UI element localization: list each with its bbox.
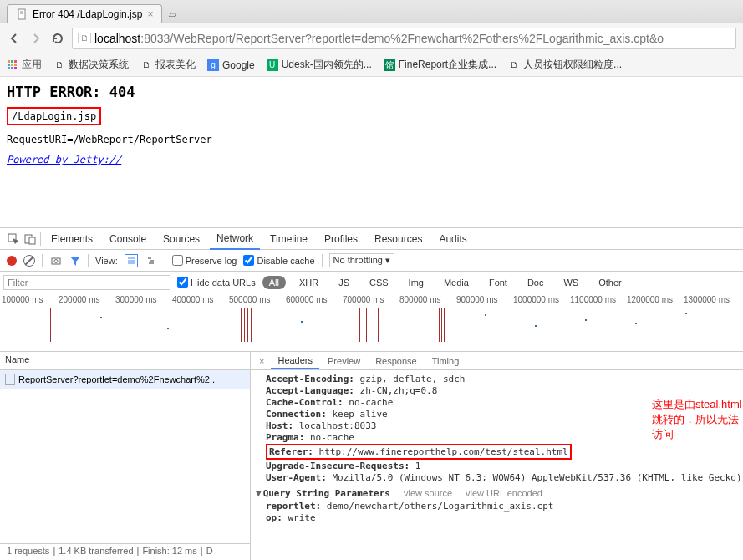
network-timeline[interactable]: 100000 ms200000 ms300000 ms400000 ms5000… [0,293,743,352]
tab-network[interactable]: Network [210,228,260,250]
request-list: Name ReportServer?reportlet=demo%2Fnewch… [0,352,251,560]
devtools-panel: Elements Console Sources Network Timelin… [0,227,743,560]
preserve-log-checkbox[interactable]: Preserve log [172,255,237,266]
url-text: localhost:8033/WebReport/ReportServer?re… [94,32,664,45]
filter-type-media[interactable]: Media [437,276,476,289]
svg-rect-4 [11,60,13,63]
filter-type-js[interactable]: JS [332,276,356,289]
document-icon [5,374,15,385]
view-url-encoded-link[interactable]: view URL encoded [466,488,542,498]
back-button[interactable] [7,31,22,46]
filter-type-xhr[interactable]: XHR [293,276,325,289]
reload-button[interactable] [50,31,65,46]
tab-title: Error 404 /LdapLogin.jsp [33,8,142,20]
device-icon[interactable] [23,232,37,246]
address-bar[interactable]: 🗋 localhost:8033/WebReport/ReportServer?… [72,28,736,49]
tab-preview[interactable]: Preview [321,354,367,369]
inspect-icon[interactable] [7,232,20,246]
request-list-header[interactable]: Name [0,352,250,370]
apps-button[interactable]: 应用 [7,58,42,72]
network-body: Name ReportServer?reportlet=demo%2Fnewch… [0,352,743,560]
waterfall-icon[interactable] [145,254,158,267]
svg-rect-3 [8,60,10,63]
svg-rect-6 [8,64,10,66]
filter-type-ws[interactable]: WS [557,276,585,289]
page-info-icon[interactable]: 🗋 [78,33,91,43]
filter-type-doc[interactable]: Doc [521,276,551,289]
filter-type-font[interactable]: Font [482,276,514,289]
svg-rect-11 [14,67,17,69]
filter-input[interactable] [3,275,170,290]
tab-audits[interactable]: Audits [432,229,473,249]
tab-profiles[interactable]: Profiles [318,229,364,249]
bookmark-item[interactable]: 🗋报表美化 [140,58,196,72]
svg-rect-10 [11,67,13,69]
tab-console[interactable]: Console [103,229,153,249]
svg-rect-7 [11,64,13,66]
page-favicon [16,8,28,20]
svg-rect-14 [29,237,35,244]
tab-elements[interactable]: Elements [44,229,99,249]
network-filter-bar: Hide data URLs All XHR JS CSS Img Media … [0,272,743,293]
svg-rect-22 [149,262,154,264]
svg-rect-20 [148,257,151,259]
timeline-labels: 100000 ms200000 ms300000 ms400000 ms5000… [0,293,743,304]
request-row[interactable]: ReportServer?reportlet=demo%2Fnewchart%2… [0,370,250,389]
svg-rect-0 [18,9,25,19]
error-path-highlighted: /LdapLogin.jsp [7,107,101,125]
bookmarks-bar: 应用 🗋数据决策系统 🗋报表美化 gGoogle UUdesk-国内领先的...… [0,53,743,77]
throttling-select[interactable]: No throttling ▾ [329,253,394,267]
apps-icon [7,59,18,71]
bookmark-item[interactable]: UUdesk-国内领先的... [267,58,372,72]
filter-type-all[interactable]: All [262,276,286,289]
referer-highlighted: Referer: http://www.finereporthelp.com/t… [266,444,572,460]
page-body: HTTP ERROR: 404 /LdapLogin.jsp RequestUR… [0,77,743,227]
bookmark-favicon: 🗋 [508,59,520,71]
headers-content[interactable]: 这里是由steal.html跳转的，所以无法访问 Accept-Encoding… [251,370,743,560]
jetty-link[interactable]: Powered by Jetty:// [7,154,121,165]
tab-resources[interactable]: Resources [368,229,429,249]
error-heading: HTTP ERROR: 404 [7,84,736,100]
bookmark-favicon: U [267,59,278,71]
tab-timeline[interactable]: Timeline [263,229,314,249]
bookmark-favicon: 🗋 [53,59,65,71]
tab-response[interactable]: Response [369,354,424,369]
filter-type-css[interactable]: CSS [363,276,395,289]
view-source-link[interactable]: view source [404,488,452,498]
record-button[interactable] [7,256,17,266]
close-details-icon[interactable]: × [254,356,269,366]
capture-icon[interactable] [49,254,63,267]
request-uri-text: RequestURI=/WebReport/ReportServer [7,134,736,145]
bookmark-item[interactable]: 🗋数据决策系统 [53,58,129,72]
large-rows-icon[interactable] [125,254,138,267]
network-toolbar: View: Preserve log Disable cache No thro… [0,250,743,272]
browser-tab-strip: Error 404 /LdapLogin.jsp × ▱ [0,0,743,23]
timeline-graph [0,304,743,346]
filter-type-img[interactable]: Img [402,276,430,289]
tab-timing[interactable]: Timing [425,354,466,369]
svg-rect-8 [14,64,17,66]
svg-rect-21 [150,260,154,262]
bookmark-favicon: 🗋 [140,59,152,71]
hide-data-urls-checkbox[interactable]: Hide data URLs [177,277,256,288]
network-status-bar: 1 requests | 1.4 KB transferred | Finish… [0,543,250,560]
forward-button[interactable] [28,31,43,46]
filter-icon[interactable] [69,255,81,267]
new-tab-button[interactable]: ▱ [162,5,183,23]
filter-type-other[interactable]: Other [592,276,628,289]
svg-rect-9 [8,67,10,69]
tab-headers[interactable]: Headers [271,353,319,369]
close-tab-icon[interactable]: × [147,8,153,20]
clear-button[interactable] [23,255,35,267]
tab-sources[interactable]: Sources [156,229,206,249]
nav-bar: 🗋 localhost:8033/WebReport/ReportServer?… [0,23,743,53]
query-params-section[interactable]: ▼Query String Parametersview sourceview … [256,488,740,499]
bookmark-item[interactable]: 🗋人员按钮权限细粒度... [508,58,622,72]
disable-cache-checkbox[interactable]: Disable cache [243,255,314,266]
bookmark-favicon: 馆 [384,59,395,71]
svg-rect-5 [14,60,17,63]
details-tab-bar: × Headers Preview Response Timing [251,352,743,370]
browser-tab[interactable]: Error 404 /LdapLogin.jsp × [7,4,162,23]
bookmark-item[interactable]: gGoogle [207,59,255,71]
bookmark-item[interactable]: 馆FineReport企业集成... [384,58,496,72]
